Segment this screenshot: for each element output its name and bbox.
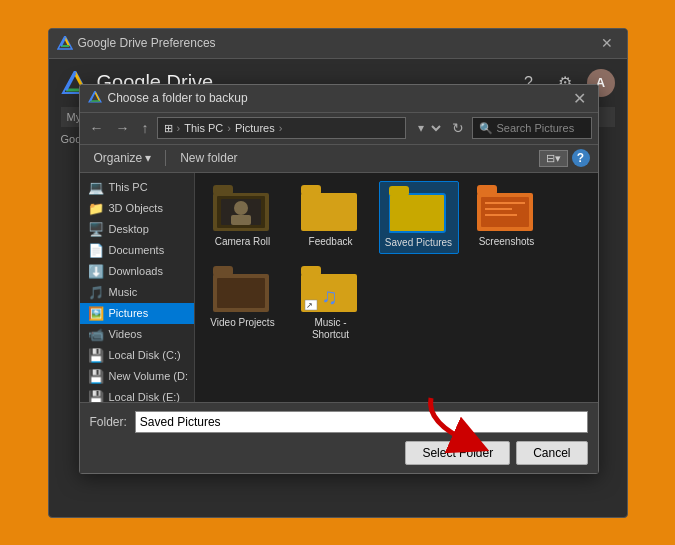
- svg-text:♫: ♫: [321, 284, 338, 309]
- dialog-sidebar: 💻 This PC 📁 3D Objects 🖥️ Desktop 📄 Docu…: [80, 173, 195, 402]
- svg-text:↗: ↗: [306, 301, 313, 310]
- sidebar-downloads-label: Downloads: [109, 265, 163, 277]
- sidebar-music-label: Music: [109, 286, 138, 298]
- folder-input[interactable]: [135, 411, 588, 433]
- refresh-button[interactable]: ↻: [448, 118, 468, 138]
- harddrive-c-icon: 💾: [88, 348, 104, 363]
- svg-line-10: [95, 92, 100, 101]
- organize-button[interactable]: Organize ▾: [88, 149, 158, 167]
- feedback-icon: [301, 185, 361, 233]
- file-item-camera-roll[interactable]: Camera Roll: [203, 181, 283, 254]
- downloads-icon: ⬇️: [88, 264, 104, 279]
- saved-pictures-label: Saved Pictures: [385, 237, 452, 249]
- file-item-music-shortcut[interactable]: ♫ ↗ Music - Shortcut: [291, 262, 371, 345]
- breadcrumb-pc-icon: ⊞: [164, 122, 173, 135]
- search-icon: 🔍: [479, 122, 493, 135]
- feedback-label: Feedback: [309, 236, 353, 248]
- svg-rect-25: [481, 197, 529, 227]
- toolbar-separator: [165, 150, 166, 166]
- dialog-bottom: Folder: Select Folder Cancel: [80, 402, 598, 473]
- sidebar-item-3dobjects[interactable]: 📁 3D Objects: [80, 198, 194, 219]
- cancel-button[interactable]: Cancel: [516, 441, 587, 465]
- music-shortcut-label: Music - Shortcut: [295, 317, 367, 341]
- desktop-icon: 🖥️: [88, 222, 104, 237]
- sidebar-newvol-label: New Volume (D:: [109, 370, 188, 382]
- dialog-help-button[interactable]: ?: [572, 149, 590, 167]
- view-button[interactable]: ⊟▾: [539, 150, 568, 167]
- sidebar-item-videos[interactable]: 📹 Videos: [80, 324, 194, 345]
- sidebar-locale-label: Local Disk (E:): [109, 391, 181, 402]
- breadcrumb-pictures: Pictures: [235, 122, 275, 134]
- sidebar-thispc-label: This PC: [109, 181, 148, 193]
- music-icon: 🎵: [88, 285, 104, 300]
- search-placeholder: Search Pictures: [497, 122, 575, 134]
- svg-line-12: [90, 92, 95, 101]
- gdrive-close-button[interactable]: ✕: [595, 33, 619, 53]
- new-folder-button[interactable]: New folder: [174, 149, 243, 167]
- up-button[interactable]: ↑: [138, 118, 153, 138]
- pictures-icon: 🖼️: [88, 306, 104, 321]
- video-projects-label: Video Projects: [210, 317, 274, 329]
- dialog-toolbar: Organize ▾ New folder ⊟▾ ?: [80, 145, 598, 173]
- sidebar-item-localc[interactable]: 💾 Local Disk (C:): [80, 345, 194, 366]
- harddrive-d-icon: 💾: [88, 369, 104, 384]
- folder-label: Folder:: [90, 415, 127, 429]
- gdrive-titlebar: Google Drive Preferences ✕: [49, 29, 627, 59]
- address-breadcrumb[interactable]: ⊞ › This PC › Pictures ›: [157, 117, 406, 139]
- screenshots-icon: [477, 185, 537, 233]
- organize-dropdown-icon: ▾: [145, 151, 151, 165]
- music-shortcut-icon: ♫ ↗: [301, 266, 361, 314]
- svg-rect-21: [389, 194, 445, 232]
- back-button[interactable]: ←: [86, 118, 108, 138]
- sidebar-item-documents[interactable]: 📄 Documents: [80, 240, 194, 261]
- dialog-title-text: Choose a folder to backup: [108, 91, 569, 105]
- organize-label: Organize: [94, 151, 143, 165]
- dialog-addressbar: ← → ↑ ⊞ › This PC › Pictures › ▾ ↻ 🔍 Sea…: [80, 113, 598, 145]
- forward-button[interactable]: →: [112, 118, 134, 138]
- gdrive-preferences-window: Google Drive Preferences ✕ Google Drive …: [48, 28, 628, 518]
- sidebar-item-pictures[interactable]: 🖼️ Pictures: [80, 303, 194, 324]
- file-item-saved-pictures[interactable]: Saved Pictures: [379, 181, 459, 254]
- svg-rect-31: [217, 278, 265, 308]
- sidebar-3dobjects-label: 3D Objects: [109, 202, 163, 214]
- file-item-screenshots[interactable]: Screenshots: [467, 181, 547, 254]
- camera-roll-label: Camera Roll: [215, 236, 271, 248]
- sidebar-item-desktop[interactable]: 🖥️ Desktop: [80, 219, 194, 240]
- sidebar-documents-label: Documents: [109, 244, 165, 256]
- svg-rect-19: [301, 193, 357, 231]
- svg-line-8: [66, 73, 75, 90]
- address-dropdown[interactable]: ▾: [410, 120, 444, 136]
- screenshots-label: Screenshots: [479, 236, 535, 248]
- harddrive-e-icon: 💾: [88, 390, 104, 402]
- dialog-files-area: Camera Roll Feedback: [195, 173, 598, 402]
- folder-row: Folder:: [90, 411, 588, 433]
- dialog-titlebar: Choose a folder to backup ✕: [80, 85, 598, 113]
- svg-rect-22: [389, 186, 409, 196]
- gdrive-title-icon: [57, 36, 73, 50]
- sidebar-item-thispc[interactable]: 💻 This PC: [80, 177, 194, 198]
- sidebar-item-locale[interactable]: 💾 Local Disk (E:): [80, 387, 194, 402]
- breadcrumb-thispc: This PC: [184, 122, 223, 134]
- select-folder-button[interactable]: Select Folder: [405, 441, 510, 465]
- sidebar-videos-label: Videos: [109, 328, 142, 340]
- saved-pictures-icon: [389, 186, 449, 234]
- new-folder-label: New folder: [180, 151, 237, 165]
- svg-rect-24: [477, 185, 497, 195]
- gdrive-window-title: Google Drive Preferences: [78, 36, 595, 50]
- svg-rect-30: [213, 266, 233, 276]
- camera-roll-icon: [213, 185, 273, 233]
- file-item-video-projects[interactable]: Video Projects: [203, 262, 283, 345]
- sidebar-item-downloads[interactable]: ⬇️ Downloads: [80, 261, 194, 282]
- svg-rect-20: [301, 185, 321, 195]
- sidebar-item-newvol[interactable]: 💾 New Volume (D:: [80, 366, 194, 387]
- dialog-content: 💻 This PC 📁 3D Objects 🖥️ Desktop 📄 Docu…: [80, 173, 598, 402]
- toolbar-right: ⊟▾ ?: [539, 149, 590, 167]
- dialog-title-icon: [88, 90, 102, 106]
- sidebar-pictures-label: Pictures: [109, 307, 149, 319]
- documents-icon: 📄: [88, 243, 104, 258]
- file-item-feedback[interactable]: Feedback: [291, 181, 371, 254]
- dialog-close-button[interactable]: ✕: [569, 87, 590, 110]
- sidebar-item-music[interactable]: 🎵 Music: [80, 282, 194, 303]
- svg-rect-14: [213, 185, 233, 195]
- svg-rect-18: [231, 215, 251, 225]
